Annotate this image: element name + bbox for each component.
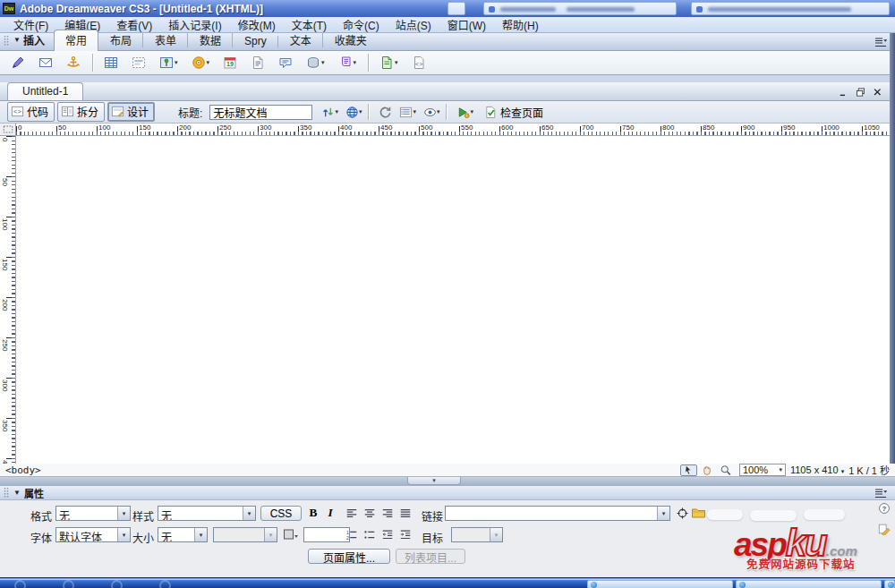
insert-icon-button[interactable] [35,53,56,72]
doc-toolbar-icon-button[interactable] [377,104,394,121]
help-icon[interactable]: ? [876,501,892,516]
property-inspector-header[interactable]: ▼ 属性 [0,486,895,500]
italic-button[interactable]: I [322,506,338,520]
insert-icon-button[interactable]: ▾ [303,53,328,72]
insert-bar-tab[interactable]: Spry [233,32,278,50]
chevron-down-icon[interactable]: ▾ [194,528,207,541]
dropdown-caret-icon[interactable]: ▾ [395,59,398,66]
align-button[interactable] [397,506,413,520]
dropdown-caret-icon[interactable]: ▾ [470,108,473,115]
taskbar-button[interactable] [736,580,882,588]
list-format-button[interactable] [379,527,396,541]
background-window-sliver[interactable] [448,2,465,15]
windows-taskbar[interactable] [0,577,895,588]
chevron-down-icon[interactable]: ▾ [117,528,130,541]
insert-icon-button[interactable]: 19 [219,53,241,72]
check-page-button[interactable]: 检查页面 [484,105,543,120]
dropdown-caret-icon[interactable]: ▾ [437,108,440,115]
chevron-down-icon[interactable]: ▾ [657,507,669,520]
insert-bar-tab[interactable]: 数据 [188,30,233,50]
dropdown-caret-icon[interactable]: ▾ [359,108,362,115]
dropdown-caret-icon[interactable]: ▾ [207,59,210,66]
chevron-down-icon[interactable]: ▾ [117,507,130,520]
insert-icon-button[interactable] [63,53,84,72]
menu-item[interactable]: 窗口(W) [439,16,494,33]
size-combo[interactable]: 无 ▾ [158,527,208,542]
view-mode-button[interactable]: 拆分 [57,102,105,122]
style-combo[interactable]: 无 ▾ [158,506,256,521]
list-format-button[interactable] [362,527,378,541]
menu-item[interactable]: 修改(M) [230,16,284,33]
panel-gripper-icon[interactable] [3,486,10,500]
panel-options-icon[interactable] [874,36,888,48]
document-title-input[interactable] [209,105,312,120]
format-combo[interactable]: 无 ▾ [55,506,131,521]
taskbar-button[interactable] [884,580,895,588]
insert-icon-button[interactable] [128,53,149,72]
menu-item[interactable]: 文件(F) [5,16,56,33]
status-tool-button[interactable] [699,464,716,476]
bold-button[interactable]: B [305,506,321,520]
list-format-button[interactable] [397,527,413,541]
dropdown-caret-icon[interactable]: ▾ [335,108,338,115]
window-control-button[interactable] [854,86,867,98]
panel-gripper-icon[interactable] [3,34,10,48]
insert-bar-tab[interactable]: 表单 [143,30,188,50]
insert-icon-button[interactable]: <> [408,53,430,72]
menu-item[interactable]: 站点(S) [388,16,439,33]
doc-toolbar-icon-button[interactable]: ▾ [344,104,364,121]
dropdown-caret-icon[interactable]: ▾ [413,108,416,115]
insert-bar-tab[interactable]: 常用 [54,30,98,51]
link-combo[interactable]: ▾ [445,506,670,521]
browse-folder-icon[interactable] [690,506,706,520]
panel-splitter[interactable]: ▾ [0,477,895,486]
dropdown-caret-icon[interactable]: ▾ [175,59,178,66]
background-window-1[interactable] [483,2,677,15]
font-combo[interactable]: 默认字体 ▾ [55,527,131,542]
chevron-down-icon[interactable]: ▾ [243,507,255,520]
dropdown-caret-icon[interactable]: ▾ [321,59,325,66]
taskbar-button[interactable] [587,580,733,588]
zoom-level-combo[interactable]: 100% ▾ [739,464,786,476]
design-view-canvas[interactable] [16,136,890,464]
background-window-2[interactable] [691,2,890,15]
text-color-picker[interactable] [281,527,301,541]
view-mode-button[interactable]: 设计 [107,102,155,122]
collapse-handle[interactable]: ▾ [407,477,461,485]
insert-icon-button[interactable]: ▾ [335,53,361,72]
insert-icon-button[interactable] [275,53,296,72]
insert-bar-tab[interactable]: 收藏夹 [323,30,379,50]
page-properties-button[interactable]: 页面属性... [308,549,390,564]
insert-icon-button[interactable]: ▾ [188,53,214,72]
css-button[interactable]: CSS [260,506,302,521]
insert-panel-label[interactable]: ▼ 插入 [12,32,54,50]
insert-icon-button[interactable] [100,53,122,72]
insert-bar-tab[interactable]: 布局 [98,30,143,50]
insert-icon-button[interactable] [7,53,29,72]
window-control-button[interactable] [837,86,850,98]
window-control-button[interactable] [871,86,884,98]
menu-item[interactable]: 帮助(H) [494,16,547,33]
panel-options-icon[interactable] [874,487,888,499]
align-button[interactable] [379,506,396,520]
doc-toolbar-icon-button[interactable]: ▾ [320,104,340,121]
doc-toolbar-icon-button[interactable]: ▾ [455,104,475,121]
doc-toolbar-icon-button[interactable]: ▾ [397,104,418,121]
insert-icon-button[interactable]: ▾ [376,53,402,72]
quick-tag-edit-icon[interactable] [876,522,892,536]
list-format-button[interactable]: 12 [344,527,360,541]
status-tool-button[interactable] [680,464,697,476]
doc-toolbar-icon-button[interactable]: ▾ [422,104,442,121]
document-tab[interactable]: Untitled-1 [7,82,83,100]
insert-icon-button[interactable] [247,53,268,72]
view-mode-button[interactable]: <> 代码 [7,102,55,122]
insert-bar-tab[interactable]: 文本 [278,30,323,50]
tag-selector-body[interactable]: <body> [5,464,41,476]
align-button[interactable] [362,506,378,520]
status-tool-button[interactable] [718,464,735,476]
align-button[interactable] [344,506,360,520]
point-to-file-icon[interactable] [674,506,690,520]
window-size-selector[interactable]: 1105 x 410 ▾ [790,464,844,475]
insert-icon-button[interactable]: ▾ [156,53,182,72]
dropdown-caret-icon[interactable]: ▾ [354,59,357,66]
